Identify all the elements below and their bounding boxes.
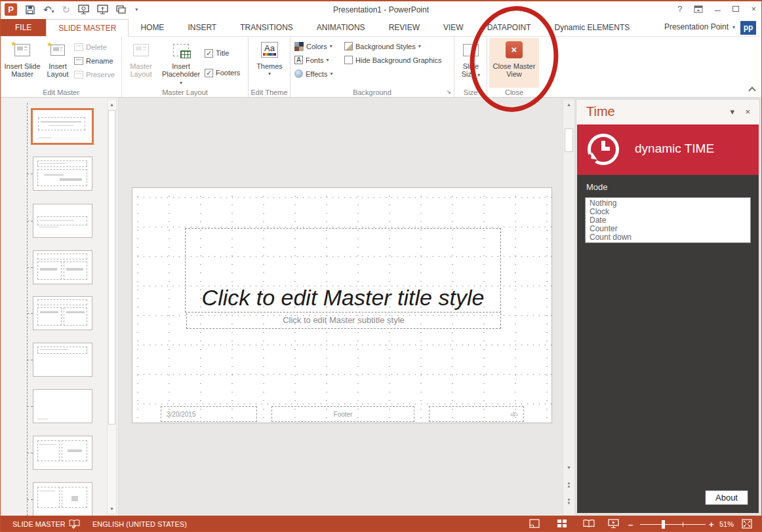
insert-placeholder-icon	[173, 40, 189, 60]
help-icon[interactable]: ?	[677, 4, 682, 14]
window-title: Presentation1 - PowerPoint	[1, 5, 761, 14]
scroll-up-icon[interactable]: ▲	[564, 100, 574, 110]
delete-button[interactable]: Delete	[74, 40, 115, 54]
tab-animations[interactable]: ANIMATIONS	[305, 19, 377, 36]
scroll-down-icon[interactable]: ▼	[564, 463, 574, 473]
collapse-ribbon-icon[interactable]	[748, 86, 755, 94]
minimize-icon[interactable]	[715, 4, 721, 14]
date-placeholder[interactable]: 3/20/2015	[161, 406, 257, 422]
insert-placeholder-button[interactable]: Insert Placeholder ▾	[160, 38, 202, 88]
thumb-sketch	[37, 299, 87, 305]
thumbnail-layout-6[interactable]	[33, 389, 92, 423]
title-bar: P ↶▾ ↻ ▾ Presentation1 - PowerPoint ? ×	[1, 1, 761, 19]
insert-slide-master-button[interactable]: ★ Insert Slide Master	[3, 38, 41, 88]
thumbnail-slide-master[interactable]	[31, 108, 94, 145]
thumbnail-layout-2[interactable]	[33, 204, 92, 238]
mode-option-nothing[interactable]: Nothing	[586, 199, 750, 208]
editor-scrollbar[interactable]: ▲ ▼ ▲▲ ▼▼	[563, 99, 575, 516]
background-styles-button[interactable]: Background Styles▾	[344, 39, 441, 53]
normal-view-icon[interactable]	[529, 519, 540, 528]
tab-view[interactable]: VIEW	[431, 19, 475, 36]
zoom-in-icon[interactable]: +	[709, 520, 714, 529]
close-master-view-button[interactable]: × Close Master View	[489, 38, 539, 88]
tab-file[interactable]: FILE	[1, 19, 46, 36]
thumb-sketch	[37, 440, 60, 461]
tab-slide-master[interactable]: SLIDE MASTER	[46, 19, 129, 37]
dialog-launcher-icon[interactable]: ↘	[446, 88, 451, 95]
view-status-label[interactable]: SLIDE MASTER	[12, 520, 66, 528]
tab-datapoint[interactable]: DATAPOINT	[475, 19, 543, 36]
thumbnail-layout-4[interactable]	[33, 296, 92, 330]
fit-slide-to-window-icon[interactable]	[742, 519, 752, 529]
spell-check-icon[interactable]	[69, 519, 80, 529]
slide-number-placeholder[interactable]: ‹#›	[429, 406, 524, 422]
thumbnail-layout-3[interactable]	[33, 250, 92, 284]
thumbnail-layout-5[interactable]	[33, 343, 92, 377]
pane-options-icon[interactable]: ▾	[730, 107, 734, 117]
layout-tree-line	[27, 103, 28, 516]
chevron-down-icon: ▾	[418, 43, 421, 49]
mode-listbox[interactable]: Nothing Clock Date Counter Count down	[585, 197, 751, 243]
effects-button[interactable]: Effects▾	[294, 67, 332, 81]
themes-button[interactable]: Aa Themes ▾	[252, 38, 287, 88]
thumbnail-scrollbar-thumb[interactable]	[108, 110, 115, 425]
subtitle-placeholder[interactable]: Click to edit Master subtitle style	[186, 313, 501, 329]
language-status[interactable]: ENGLISH (UNITED STATES)	[92, 520, 187, 528]
zoom-slider-thumb[interactable]	[662, 520, 665, 529]
chevron-down-icon: ▾	[180, 80, 182, 86]
scroll-up-icon[interactable]: ▲	[108, 100, 116, 109]
editor-scrollbar-thumb[interactable]	[565, 128, 573, 152]
slide-master-canvas[interactable]: Click to edit Master title style Click t…	[132, 187, 552, 423]
rename-button[interactable]: Rename	[74, 54, 115, 67]
insert-layout-button[interactable]: ★ Insert Layout	[43, 38, 73, 88]
next-slide-button[interactable]: ▼▼	[564, 497, 574, 507]
pane-close-icon[interactable]: ×	[745, 107, 750, 117]
zoom-level[interactable]: 51%	[719, 520, 734, 528]
thumbnail-layout-1[interactable]	[33, 157, 92, 191]
slide-thumbnail-pane: ▲ ▼	[1, 98, 119, 516]
thumbnail-scrollbar[interactable]: ▲ ▼	[107, 99, 117, 514]
hide-background-graphics-label: Hide Background Graphics	[355, 56, 441, 64]
slide-sorter-icon[interactable]	[557, 519, 567, 528]
master-layout-button[interactable]: Master Layout	[123, 38, 159, 88]
chevron-down-icon: ▾	[732, 24, 735, 30]
scroll-down-icon[interactable]: ▼	[108, 504, 116, 514]
hide-background-graphics-checkbox[interactable]: Hide Background Graphics	[344, 53, 441, 67]
thumb-sketch	[37, 487, 60, 508]
tab-review[interactable]: REVIEW	[377, 19, 431, 36]
tab-transitions[interactable]: TRANSITIONS	[228, 19, 305, 36]
date-text: 3/20/2015	[167, 411, 196, 418]
thumbnail-layout-8[interactable]	[33, 482, 92, 516]
about-button[interactable]: About	[705, 490, 748, 505]
title-placeholder[interactable]: Click to edit Master title style	[185, 228, 501, 313]
reading-view-icon[interactable]	[583, 519, 595, 528]
mode-option-count-down[interactable]: Count down	[586, 233, 750, 242]
footers-checkbox[interactable]: ✓Footers	[205, 63, 240, 83]
effects-icon	[294, 69, 303, 78]
close-window-icon[interactable]: ×	[751, 4, 756, 14]
previous-slide-button[interactable]: ▲▲	[564, 480, 574, 490]
tab-insert[interactable]: INSERT	[176, 19, 228, 36]
thumbnail-layout-7[interactable]	[33, 436, 92, 470]
tab-dynamic-elements[interactable]: Dynamic ELEMENTS	[543, 19, 642, 36]
tab-home[interactable]: HOME	[129, 19, 176, 36]
slide-show-icon[interactable]	[608, 519, 619, 529]
zoom-slider-track[interactable]	[640, 524, 706, 525]
thumb-sketch	[37, 307, 62, 326]
ribbon-display-options-icon[interactable]	[694, 5, 703, 13]
presentation-point-label: Presentation Point	[664, 22, 729, 31]
slide-size-button[interactable]: Slide Size ▾	[456, 38, 485, 88]
colors-button[interactable]: Colors▾	[294, 39, 332, 53]
fonts-button[interactable]: AFonts▾	[294, 53, 332, 67]
mode-option-clock[interactable]: Clock	[586, 208, 750, 216]
group-label-background: Background	[291, 88, 454, 96]
footer-placeholder[interactable]: Footer	[271, 406, 414, 422]
close-master-view-label: Close Master View	[489, 62, 539, 78]
preserve-button[interactable]: Preserve	[74, 67, 115, 81]
title-checkbox[interactable]: ✓Title	[205, 43, 240, 63]
presentation-point-logo[interactable]: pp	[740, 21, 756, 35]
thumb-sketch	[38, 117, 85, 130]
maximize-icon[interactable]	[732, 6, 739, 12]
presentation-point-menu[interactable]: Presentation Point ▾	[664, 22, 735, 31]
zoom-out-icon[interactable]: –	[628, 520, 633, 529]
